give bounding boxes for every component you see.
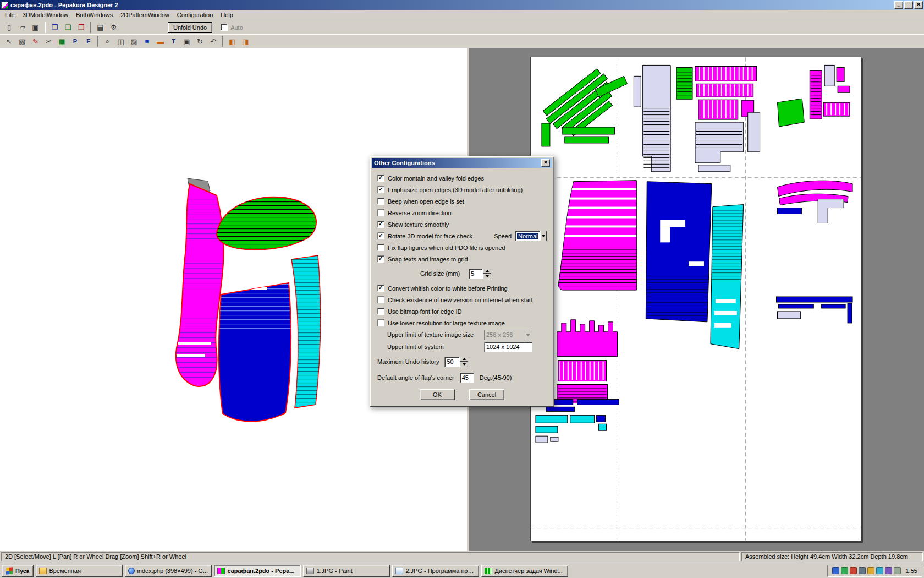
- checkbox-beep-open-edge[interactable]: [377, 198, 384, 205]
- task-button-browser[interactable]: index.php (398×499) - G...: [125, 565, 212, 577]
- pattern-cluster-top-lavender[interactable]: [695, 112, 760, 172]
- edit-flap-icon[interactable]: ✎: [29, 35, 42, 47]
- menu-configuration[interactable]: Configuration: [173, 10, 217, 19]
- menu-file[interactable]: File: [1, 10, 19, 19]
- new-file-icon[interactable]: ▯: [3, 21, 15, 34]
- task-button-folder[interactable]: Временная: [36, 565, 123, 577]
- rotate-icon[interactable]: ↻: [194, 35, 206, 47]
- settings-icon[interactable]: ⚙: [107, 21, 120, 34]
- ruler-icon[interactable]: ▬: [154, 35, 167, 47]
- menu-bothwindows[interactable]: BothWindows: [72, 10, 117, 19]
- pattern-strips-right-middle[interactable]: [777, 181, 853, 323]
- update-tray-icon[interactable]: [850, 567, 857, 574]
- auto-checkbox[interactable]: [221, 24, 228, 31]
- grid-icon[interactable]: ▦: [56, 35, 68, 47]
- checkbox-emphasize-open-edges[interactable]: [377, 186, 384, 193]
- unfold-undo-button[interactable]: Unfold Undo: [168, 22, 212, 33]
- flap-angle-label: Default angle of flap's corner: [377, 374, 454, 381]
- model-piece-green-cap[interactable]: [212, 193, 322, 254]
- flap-angle-input[interactable]: 45: [460, 373, 474, 383]
- checkbox-snap-grid[interactable]: [377, 255, 384, 263]
- task-button-viewer[interactable]: 2.JPG - Программа прос...: [392, 565, 479, 577]
- display-tray-icon[interactable]: [832, 567, 839, 574]
- cancel-button[interactable]: Cancel: [469, 389, 504, 400]
- option-label: Check existence of new version on intern…: [388, 297, 533, 303]
- print-icon[interactable]: ▤: [94, 21, 107, 34]
- chevron-down-icon[interactable]: [540, 231, 547, 241]
- model-piece-magenta[interactable]: [174, 184, 226, 386]
- spin-down-icon[interactable]: [483, 274, 491, 279]
- texture-limit-row: Upper limit of texture image size 256 x …: [377, 329, 547, 341]
- menu-2dpatternwindow[interactable]: 2DPatternWindow: [117, 10, 173, 19]
- speed-select[interactable]: Normal: [515, 231, 547, 241]
- system-limit-input[interactable]: 1024 x 1024: [484, 342, 532, 352]
- menu-3dmodelwindow[interactable]: 3DModelWindow: [19, 10, 72, 19]
- checkbox-bitmap-font[interactable]: [377, 308, 384, 315]
- model-piece-cyan[interactable]: [289, 255, 322, 410]
- chart-tray-icon[interactable]: [841, 567, 848, 574]
- 2d-window-icon[interactable]: ❐: [75, 21, 87, 34]
- image-viewer-icon: [395, 568, 403, 574]
- p-mark-icon[interactable]: P: [69, 35, 81, 47]
- spin-up-icon[interactable]: [460, 357, 468, 362]
- task-button-paint[interactable]: 1.JPG - Paint: [303, 565, 390, 577]
- checkbox-texture-smooth[interactable]: [377, 221, 384, 228]
- text-icon[interactable]: T: [167, 35, 180, 47]
- select-icon[interactable]: ↖: [3, 35, 15, 47]
- start-button[interactable]: Пуск: [2, 565, 34, 577]
- checkbox-reverse-zoom[interactable]: [377, 209, 384, 216]
- model-piece-blue: [218, 283, 295, 422]
- f-mark-icon[interactable]: F: [82, 35, 95, 47]
- undo-history-input[interactable]: 50: [444, 357, 460, 367]
- volume-tray-icon[interactable]: [859, 567, 866, 574]
- spin-down-icon[interactable]: [460, 362, 468, 367]
- pattern-piece-magenta-large[interactable]: [558, 181, 638, 290]
- pattern-piece-cyan-tall[interactable]: [711, 205, 744, 349]
- divide-icon[interactable]: ✂: [42, 35, 55, 47]
- messenger-tray-icon[interactable]: [885, 567, 892, 574]
- select-area-icon[interactable]: ▧: [16, 35, 29, 47]
- task-button-taskmgr[interactable]: Диспетчер задач Wind...: [481, 565, 568, 577]
- package-icon[interactable]: ◨: [239, 35, 252, 47]
- open-file-icon[interactable]: ▱: [16, 21, 29, 34]
- zoom-icon[interactable]: ⌕: [101, 35, 114, 47]
- pattern-piece-lavender-comb-tall[interactable]: [634, 65, 670, 171]
- spin-up-icon[interactable]: [483, 269, 491, 274]
- checkbox-fix-flaps[interactable]: [377, 244, 384, 251]
- pattern-cluster-top-right[interactable]: [778, 65, 850, 127]
- image-icon[interactable]: ▣: [180, 35, 193, 47]
- checkbox-color-fold-edges[interactable]: [377, 175, 384, 182]
- minimize-button[interactable]: _: [894, 1, 903, 9]
- option-row: Color montain and valley fold edges: [377, 172, 547, 184]
- 3d-window-icon[interactable]: ❒: [48, 21, 61, 34]
- checkbox-rotate-model[interactable]: [377, 232, 384, 239]
- checkbox-convert-whitish[interactable]: [377, 285, 384, 292]
- both-windows-icon[interactable]: ❏: [62, 21, 74, 34]
- fold-lines-icon[interactable]: ≡: [141, 35, 153, 47]
- network-tray-icon[interactable]: [876, 567, 883, 574]
- menu-help[interactable]: Help: [217, 10, 237, 19]
- pattern-canvas: [531, 57, 861, 541]
- pattern-cluster-top-left-green[interactable]: [541, 67, 627, 146]
- option-label: Color montain and valley fold edges: [388, 175, 484, 182]
- close-button[interactable]: ✕: [914, 1, 923, 9]
- maximize-button[interactable]: □: [904, 1, 913, 9]
- checkbox-low-resolution[interactable]: [377, 319, 384, 326]
- texture-icon[interactable]: ▨: [128, 35, 140, 47]
- pattern-piece-blue-large[interactable]: [646, 182, 712, 322]
- pattern-cluster-top-magenta[interactable]: [695, 66, 757, 119]
- ok-button[interactable]: OK: [420, 389, 455, 400]
- save-icon[interactable]: ▣: [29, 21, 42, 34]
- option-label: Snap texts and images to grid: [388, 256, 468, 263]
- pattern-piece-green-small[interactable]: [676, 67, 692, 99]
- undo-icon[interactable]: ↶: [207, 35, 219, 47]
- checkbox-check-version[interactable]: [377, 296, 384, 303]
- box-icon[interactable]: ◧: [226, 35, 239, 47]
- battery-tray-icon[interactable]: [894, 567, 901, 574]
- grid-size-input[interactable]: 5: [469, 269, 483, 279]
- pattern-page[interactable]: [530, 57, 861, 541]
- dialog-close-icon[interactable]: ✕: [541, 159, 550, 167]
- fit-view-icon[interactable]: ◫: [114, 35, 127, 47]
- shield-tray-icon[interactable]: [867, 567, 875, 574]
- task-button-pepakura[interactable]: сарафан.2pdo - Pepa...: [214, 565, 301, 577]
